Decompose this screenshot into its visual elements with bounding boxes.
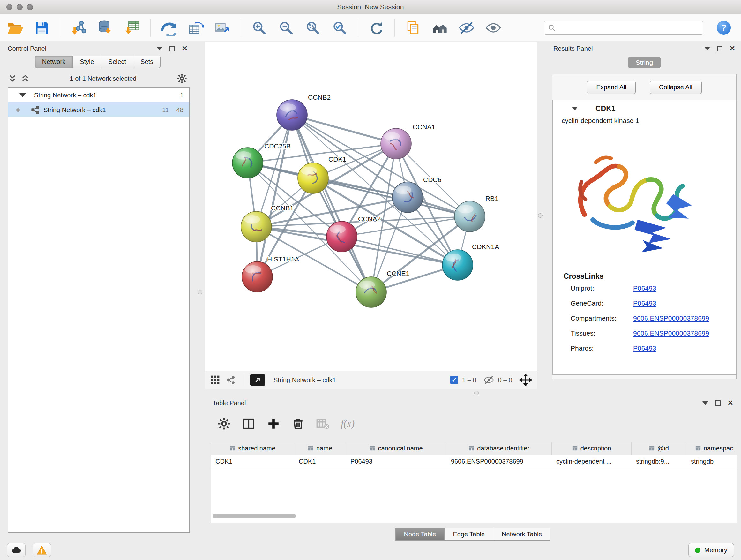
column-header-description[interactable]: description (552, 442, 631, 455)
panel-menu-icon[interactable] (702, 401, 708, 405)
panel-float-icon[interactable] (170, 46, 175, 51)
network-graph[interactable]: CCNB2CCNA1CDC25BCDK1CDC6RB1CCNB1CCNA2CDK… (205, 42, 537, 371)
selected-checkbox-icon[interactable]: ✓ (450, 376, 458, 384)
tab-edge-table[interactable]: Edge Table (445, 528, 493, 541)
network-node-CCNA2[interactable] (327, 221, 357, 252)
panel-close-icon[interactable]: ✕ (730, 45, 735, 52)
table-cell[interactable]: P06493 (346, 455, 447, 468)
help-button[interactable]: ? (717, 21, 731, 35)
gear-icon[interactable] (177, 73, 187, 84)
splitter-handle[interactable] (538, 213, 542, 218)
refresh-view-button[interactable] (366, 17, 386, 38)
crosslink-value-link[interactable]: P06493 (633, 300, 656, 307)
zoom-out-button[interactable] (276, 17, 296, 38)
column-header-name[interactable]: name (294, 442, 346, 455)
network-node-CCNB2[interactable] (277, 100, 307, 130)
table-cell[interactable]: stringdb (686, 455, 737, 468)
network-node-HIST1H1A[interactable] (242, 261, 273, 292)
share-view-icon[interactable] (226, 375, 235, 385)
crosslink-value-link[interactable]: P06493 (633, 345, 656, 352)
splitter-handle[interactable] (474, 391, 479, 395)
expand-all-button[interactable]: Expand All (587, 81, 636, 94)
grid-view-icon[interactable] (210, 375, 220, 385)
tab-sets[interactable]: Sets (133, 56, 160, 68)
table-cell[interactable]: cyclin-dependent ... (552, 455, 631, 468)
collapse-section-icon[interactable] (572, 107, 578, 111)
search-input[interactable] (559, 24, 699, 31)
new-network-button[interactable] (159, 17, 179, 38)
close-window-button[interactable] (6, 4, 12, 10)
import-network-database-button[interactable] (95, 17, 115, 38)
add-column-plus-icon[interactable] (267, 417, 280, 430)
panel-menu-icon[interactable] (704, 47, 710, 51)
memory-button[interactable]: Memory (688, 543, 734, 557)
column-header-canonical-name[interactable]: canonical name (346, 442, 447, 455)
crosslink-value-link[interactable]: P06493 (633, 285, 656, 292)
network-edge[interactable] (292, 115, 371, 292)
network-row[interactable]: String Network – cdk1 11 48 (8, 103, 189, 117)
column-header-@id[interactable]: @id (631, 442, 686, 455)
open-session-button[interactable] (5, 17, 25, 38)
table-cell[interactable]: 9606.ENSP00000378699 (447, 455, 552, 468)
panel-menu-icon[interactable] (157, 47, 162, 51)
crosslink-value-link[interactable]: 9606.ENSP00000378699 (633, 314, 709, 322)
import-table-button[interactable] (122, 17, 142, 38)
network-node-CCNA1[interactable] (381, 128, 411, 159)
cloud-status-button[interactable] (7, 543, 25, 557)
tab-style[interactable]: Style (73, 56, 101, 68)
string-tab-badge[interactable]: String (628, 57, 661, 68)
zoom-selected-button[interactable] (330, 17, 349, 38)
zoom-window-button[interactable] (27, 4, 33, 10)
tab-select[interactable]: Select (102, 56, 134, 68)
export-image-button[interactable] (212, 17, 232, 38)
copy-document-button[interactable] (403, 17, 423, 38)
panel-float-icon[interactable] (715, 400, 721, 406)
tab-node-table[interactable]: Node Table (395, 528, 445, 541)
splitter-handle[interactable] (198, 290, 202, 294)
network-node-RB1[interactable] (455, 201, 485, 232)
panel-close-icon[interactable]: ✕ (728, 399, 733, 407)
column-header-database-identifier[interactable]: database identifier (447, 442, 552, 455)
collapse-all-button[interactable]: Collapse All (650, 81, 702, 94)
tab-network[interactable]: Network (35, 56, 73, 68)
network-node-CDK1[interactable] (298, 163, 328, 193)
table-cell[interactable]: CDK1 (294, 455, 346, 468)
column-header-shared-name[interactable]: shared name (211, 442, 294, 455)
show-view-button[interactable] (483, 17, 503, 38)
network-node-CDC25B[interactable] (232, 147, 263, 178)
zoom-in-button[interactable] (249, 17, 269, 38)
birdseye-toggle-button[interactable] (250, 374, 265, 386)
import-network-file-button[interactable] (69, 17, 88, 38)
network-canvas[interactable]: CCNB2CCNA1CDC25BCDK1CDC6RB1CCNB1CCNA2CDK… (205, 42, 537, 371)
warnings-button[interactable] (32, 543, 51, 557)
network-from-table-button[interactable] (186, 17, 205, 38)
expand-all-icon[interactable] (21, 74, 29, 83)
delete-column-trash-icon[interactable] (292, 417, 305, 430)
tab-network-table[interactable]: Network Table (493, 528, 550, 541)
crosslink-value-link[interactable]: 9606.ENSP00000378699 (633, 329, 709, 337)
table-cell[interactable]: stringdb:9... (631, 455, 686, 468)
panel-close-icon[interactable]: ✕ (182, 45, 188, 52)
hide-unhide-button[interactable] (457, 17, 476, 38)
show-columns-icon[interactable] (242, 417, 255, 430)
table-row[interactable]: CDK1CDK1P064939606.ENSP00000378699cyclin… (211, 455, 737, 469)
save-session-button[interactable] (32, 17, 52, 38)
string-home-button[interactable] (430, 17, 450, 38)
pan-crosshair-icon[interactable] (519, 374, 532, 386)
panel-float-icon[interactable] (717, 46, 723, 51)
tree-expand-icon[interactable] (19, 93, 26, 97)
zoom-fit-button[interactable] (303, 17, 323, 38)
minimize-window-button[interactable] (17, 4, 23, 10)
network-node-CDC6[interactable] (392, 182, 423, 212)
table-horizontal-scrollbar[interactable] (213, 514, 296, 518)
network-node-CCNB1[interactable] (241, 211, 272, 242)
table-cell[interactable]: CDK1 (211, 455, 294, 468)
network-node-CDKN1A[interactable] (442, 250, 473, 280)
network-edge[interactable] (257, 115, 292, 277)
network-collection-row[interactable]: String Network – cdk1 1 (8, 88, 189, 103)
column-header-namespac[interactable]: namespac (686, 442, 737, 455)
collapse-all-icon[interactable] (8, 74, 17, 83)
table-settings-gear-icon[interactable] (218, 417, 230, 430)
network-node-CCNE1[interactable] (356, 277, 387, 307)
hidden-eye-slash-icon[interactable] (483, 374, 494, 385)
